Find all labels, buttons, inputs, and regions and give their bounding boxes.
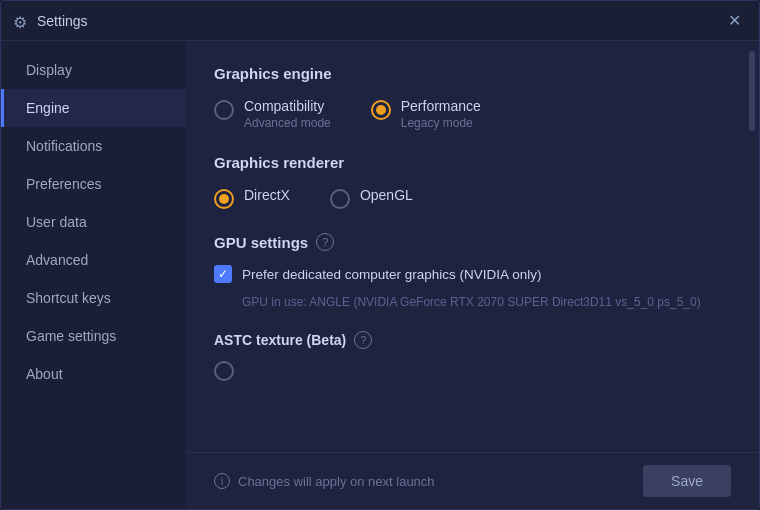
footer: i Changes will apply on next launch Save bbox=[186, 452, 759, 509]
settings-window: ⚙ Settings ✕ Display Engine Notification… bbox=[0, 0, 760, 510]
scrollbar-thumb[interactable] bbox=[749, 51, 755, 131]
radio-performance-outer bbox=[371, 100, 391, 120]
sidebar-item-display[interactable]: Display bbox=[1, 51, 186, 89]
sidebar-item-about[interactable]: About bbox=[1, 355, 186, 393]
radio-performance[interactable]: Performance Legacy mode bbox=[371, 98, 481, 130]
settings-icon: ⚙ bbox=[13, 13, 29, 29]
graphics-engine-options: Compatibility Advanced mode Performance bbox=[214, 98, 731, 130]
sidebar: Display Engine Notifications Preferences… bbox=[1, 41, 186, 509]
graphics-renderer-options: DirectX OpenGL bbox=[214, 187, 731, 209]
gpu-settings-section: GPU settings ? ✓ Prefer dedicated comput… bbox=[214, 233, 731, 311]
sidebar-item-preferences[interactable]: Preferences bbox=[1, 165, 186, 203]
window-title: Settings bbox=[37, 13, 88, 29]
radio-opengl-main: OpenGL bbox=[360, 187, 413, 203]
radio-performance-sub: Legacy mode bbox=[401, 116, 481, 130]
sidebar-item-advanced[interactable]: Advanced bbox=[1, 241, 186, 279]
radio-directx[interactable]: DirectX bbox=[214, 187, 290, 209]
gpu-settings-header: GPU settings ? bbox=[214, 233, 731, 251]
footer-info: i Changes will apply on next launch bbox=[214, 473, 435, 489]
gpu-checkbox-label: Prefer dedicated computer graphics (NVID… bbox=[242, 267, 541, 282]
radio-performance-inner bbox=[376, 105, 386, 115]
gpu-info-text: GPU in use: ANGLE (NVIDIA GeForce RTX 20… bbox=[242, 293, 731, 311]
gpu-help-icon[interactable]: ? bbox=[316, 233, 334, 251]
titlebar: ⚙ Settings ✕ bbox=[1, 1, 759, 41]
sidebar-item-notifications[interactable]: Notifications bbox=[1, 127, 186, 165]
radio-opengl-outer bbox=[330, 189, 350, 209]
radio-compatibility-sub: Advanced mode bbox=[244, 116, 331, 130]
scrollbar-track bbox=[749, 41, 755, 509]
radio-opengl-label: OpenGL bbox=[360, 187, 413, 203]
radio-directx-main: DirectX bbox=[244, 187, 290, 203]
gpu-settings-title: GPU settings bbox=[214, 234, 308, 251]
astc-radio-outer1 bbox=[214, 361, 234, 381]
save-button[interactable]: Save bbox=[643, 465, 731, 497]
astc-title: ASTC texture (Beta) bbox=[214, 332, 346, 348]
gpu-checkbox[interactable]: ✓ bbox=[214, 265, 232, 283]
radio-directx-outer bbox=[214, 189, 234, 209]
graphics-renderer-section: Graphics renderer DirectX bbox=[214, 154, 731, 209]
astc-section: ASTC texture (Beta) ? bbox=[214, 331, 731, 349]
radio-compatibility-label: Compatibility Advanced mode bbox=[244, 98, 331, 130]
radio-opengl[interactable]: OpenGL bbox=[330, 187, 413, 209]
graphics-engine-section: Graphics engine Compatibility Advanced m… bbox=[214, 65, 731, 130]
checkbox-checkmark: ✓ bbox=[218, 268, 228, 280]
radio-directx-inner bbox=[219, 194, 229, 204]
astc-radio-opt1[interactable] bbox=[214, 359, 234, 381]
sidebar-item-user-data[interactable]: User data bbox=[1, 203, 186, 241]
titlebar-left: ⚙ Settings bbox=[13, 13, 88, 29]
graphics-renderer-title: Graphics renderer bbox=[214, 154, 731, 171]
sidebar-item-engine[interactable]: Engine bbox=[1, 89, 186, 127]
radio-compatibility[interactable]: Compatibility Advanced mode bbox=[214, 98, 331, 130]
radio-compatibility-outer bbox=[214, 100, 234, 120]
radio-performance-label: Performance Legacy mode bbox=[401, 98, 481, 130]
sidebar-item-game-settings[interactable]: Game settings bbox=[1, 317, 186, 355]
radio-directx-label: DirectX bbox=[244, 187, 290, 203]
footer-info-text: Changes will apply on next launch bbox=[238, 474, 435, 489]
astc-radio-row bbox=[214, 359, 731, 381]
main-content: Graphics engine Compatibility Advanced m… bbox=[186, 41, 759, 509]
sidebar-item-shortcut-keys[interactable]: Shortcut keys bbox=[1, 279, 186, 317]
info-icon: i bbox=[214, 473, 230, 489]
radio-performance-main: Performance bbox=[401, 98, 481, 114]
radio-compatibility-main: Compatibility bbox=[244, 98, 331, 114]
astc-help-icon[interactable]: ? bbox=[354, 331, 372, 349]
close-button[interactable]: ✕ bbox=[722, 9, 747, 33]
content: Display Engine Notifications Preferences… bbox=[1, 41, 759, 509]
graphics-engine-title: Graphics engine bbox=[214, 65, 731, 82]
gpu-checkbox-row: ✓ Prefer dedicated computer graphics (NV… bbox=[214, 265, 731, 283]
